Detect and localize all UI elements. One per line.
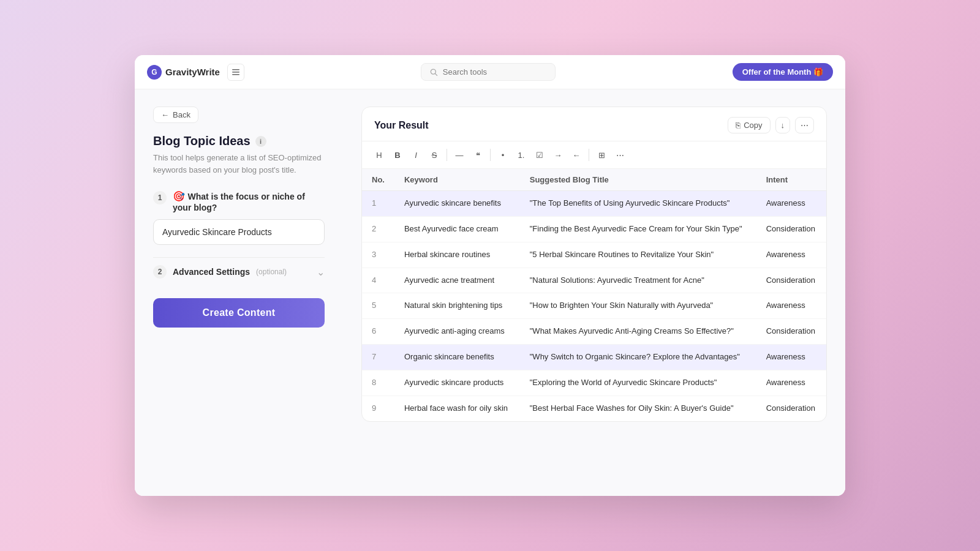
cell-intent: Awareness [756,191,826,217]
svg-line-4 [435,73,437,75]
table-row: 1Ayurvedic skincare benefits"The Top Ben… [362,191,826,217]
sidebar-toggle-btn[interactable] [227,64,244,81]
results-table: No. Keyword Suggested Blog Title Intent … [362,169,826,421]
top-bar: G GravityWrite Offer of the Month 🎁 [135,55,845,89]
cell-blog-title: "Best Herbal Face Washes for Oily Skin: … [520,395,756,421]
quote-btn[interactable]: ❝ [469,146,486,163]
table-header-row: No. Keyword Suggested Blog Title Intent [362,169,826,191]
search-input[interactable] [443,67,547,77]
table-row: 4Ayurvedic acne treatment"Natural Soluti… [362,268,826,293]
advanced-settings-label: Advanced Settings [173,267,250,277]
result-table-container: No. Keyword Suggested Blog Title Intent … [362,169,826,421]
result-header: Your Result ⎘ Copy ↓ ⋯ [362,107,826,141]
cell-intent: Consideration [756,395,826,421]
more-options-button[interactable]: ⋯ [795,117,814,133]
cell-no: 5 [362,293,394,319]
blog-focus-input[interactable] [153,219,325,245]
cell-no: 1 [362,191,394,217]
left-panel: ← Back Blog Topic Ideas i This tool help… [135,89,343,496]
advanced-settings-row[interactable]: 2 Advanced Settings (optional) ⌄ [153,257,325,286]
step1-question: What is the focus or niche of your blog? [173,192,305,212]
table-btn[interactable]: ⊞ [593,146,610,163]
offer-month-btn[interactable]: Offer of the Month 🎁 [733,63,833,81]
table-row: 3Herbal skincare routines"5 Herbal Skinc… [362,242,826,268]
cell-no: 2 [362,216,394,242]
cell-blog-title: "5 Herbal Skincare Routines to Revitaliz… [520,242,756,268]
cell-keyword: Best Ayurvedic face cream [394,216,520,242]
main-content: ← Back Blog Topic Ideas i This tool help… [135,89,845,496]
more-toolbar-btn[interactable]: ⋯ [611,146,628,163]
table-row: 2Best Ayurvedic face cream"Finding the B… [362,216,826,242]
ordered-list-btn[interactable]: 1. [513,146,530,163]
search-icon [430,68,437,77]
table-row: 5Natural skin brightening tips"How to Br… [362,293,826,319]
cell-intent: Awareness [756,345,826,370]
create-content-button[interactable]: Create Content [153,298,325,328]
svg-rect-0 [232,69,239,70]
cell-intent: Awareness [756,293,826,319]
step1-icon: 🎯 [173,191,187,201]
table-row: 9Herbal face wash for oily skin"Best Her… [362,395,826,421]
cell-blog-title: "Natural Solutions: Ayurvedic Treatment … [520,268,756,293]
hr-btn[interactable]: — [451,146,468,163]
back-label: Back [173,110,190,119]
back-arrow-icon: ← [161,110,169,119]
table-row: 6Ayurvedic anti-aging creams"What Makes … [362,319,826,345]
editor-toolbar: H B I S — ❝ • 1. ☑ → ← ⊞ ⋯ [362,141,826,169]
indent-right-btn[interactable]: → [549,146,567,163]
download-button[interactable]: ↓ [775,117,791,133]
cell-blog-title: "Finding the Best Ayurvedic Face Cream f… [520,216,756,242]
col-header-title: Suggested Blog Title [520,169,756,191]
cell-keyword: Herbal face wash for oily skin [394,395,520,421]
download-icon: ↓ [781,121,785,130]
cell-intent: Awareness [756,370,826,395]
heading-btn[interactable]: H [371,146,388,163]
indent-left-btn[interactable]: ← [568,146,585,163]
page-title: Blog Topic Ideas i [153,134,325,148]
logo-icon: G [147,65,162,80]
cell-no: 4 [362,268,394,293]
step1-label: 1 🎯 What is the focus or niche of your b… [153,190,325,213]
cell-no: 8 [362,370,394,395]
search-bar[interactable] [421,63,556,81]
cell-no: 3 [362,242,394,268]
toolbar-separator-1 [447,149,447,161]
copy-icon: ⎘ [736,121,741,130]
svg-rect-1 [232,72,239,73]
bold-btn[interactable]: B [389,146,406,163]
advanced-settings-optional: (optional) [256,268,287,276]
cell-keyword: Ayurvedic anti-aging creams [394,319,520,345]
logo-text: GravityWrite [165,67,220,77]
toolbar-separator-2 [490,149,491,161]
col-header-intent: Intent [756,169,826,191]
toolbar-separator-3 [589,149,589,161]
strikethrough-btn[interactable]: S [426,146,443,163]
cell-blog-title: "How to Brighten Your Skin Naturally wit… [520,293,756,319]
table-row: 7Organic skincare benefits"Why Switch to… [362,345,826,370]
page-description: This tool helps generate a list of SEO-o… [153,152,325,176]
cell-keyword: Herbal skincare routines [394,242,520,268]
result-title: Your Result [374,120,429,131]
cell-no: 6 [362,319,394,345]
step2-number: 2 [153,265,167,279]
back-button[interactable]: ← Back [153,107,198,123]
checklist-btn[interactable]: ☑ [531,146,548,163]
step1-number: 1 [153,191,167,204]
cell-blog-title: "What Makes Ayurvedic Anti-Aging Creams … [520,319,756,345]
cell-intent: Consideration [756,216,826,242]
col-header-keyword: Keyword [394,169,520,191]
cell-blog-title: "The Top Benefits of Using Ayurvedic Ski… [520,191,756,217]
unordered-list-btn[interactable]: • [494,146,511,163]
cell-keyword: Organic skincare benefits [394,345,520,370]
cell-keyword: Natural skin brightening tips [394,293,520,319]
copy-label: Copy [744,121,762,130]
result-card: Your Result ⎘ Copy ↓ ⋯ [361,107,827,422]
cell-keyword: Ayurvedic acne treatment [394,268,520,293]
table-row: 8Ayurvedic skincare products"Exploring t… [362,370,826,395]
copy-button[interactable]: ⎘ Copy [728,117,770,133]
italic-btn[interactable]: I [407,146,424,163]
logo: G GravityWrite [147,65,220,80]
info-icon[interactable]: i [255,136,266,147]
chevron-down-icon: ⌄ [317,266,325,278]
cell-keyword: Ayurvedic skincare products [394,370,520,395]
